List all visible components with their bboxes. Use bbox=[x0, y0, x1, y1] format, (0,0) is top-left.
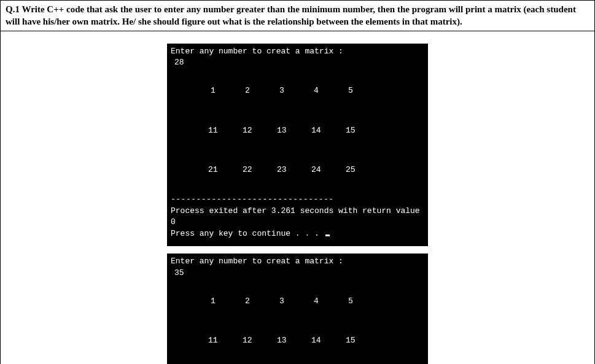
matrix-row: 1112131415 bbox=[167, 321, 428, 361]
user-input: 35 bbox=[167, 268, 428, 282]
process-exit-line: Process exited after 3.261 seconds with … bbox=[167, 206, 428, 229]
question-header: Q.1 Write C++ code that ask the user to … bbox=[0, 0, 595, 31]
matrix-cell: 4 bbox=[299, 296, 333, 308]
matrix-cell: 25 bbox=[333, 165, 368, 176]
divider-line: -------------------------------- bbox=[167, 190, 428, 206]
matrix-cell: 1 bbox=[196, 85, 230, 97]
matrix-cell: 5 bbox=[333, 85, 368, 97]
prompt-line: Enter any number to creat a matrix : bbox=[167, 256, 428, 268]
matrix-cell: 15 bbox=[333, 335, 368, 347]
matrix-cell: 1 bbox=[196, 296, 230, 308]
matrix-cell: 13 bbox=[265, 335, 299, 347]
continue-text: Press any key to continue . . . bbox=[171, 229, 324, 238]
prompt-line: Enter any number to creat a matrix : bbox=[167, 46, 428, 58]
matrix-cell: 12 bbox=[230, 125, 265, 137]
matrix-cell: 3 bbox=[265, 296, 299, 308]
matrix-cell: 5 bbox=[333, 296, 368, 308]
matrix-cell: 23 bbox=[265, 165, 299, 176]
matrix-cell: 15 bbox=[333, 125, 368, 137]
matrix-row: 2122232425 bbox=[167, 150, 428, 190]
matrix-cell: 2 bbox=[230, 85, 265, 97]
matrix-cell: 4 bbox=[299, 85, 333, 97]
matrix-cell: 13 bbox=[265, 125, 299, 137]
matrix-cell: 21 bbox=[196, 165, 230, 176]
matrix-cell: 22 bbox=[230, 165, 265, 176]
console-output-1: Enter any number to creat a matrix : 28 … bbox=[167, 44, 428, 247]
matrix-cell: 24 bbox=[299, 165, 333, 176]
matrix-cell: 14 bbox=[299, 335, 333, 347]
matrix-cell: 12 bbox=[230, 335, 265, 347]
matrix-row: 12345 bbox=[167, 71, 428, 111]
console-output-2: Enter any number to creat a matrix : 35 … bbox=[167, 254, 428, 364]
cursor-icon bbox=[325, 234, 330, 236]
matrix-cell: 14 bbox=[299, 125, 333, 137]
matrix-cell: 11 bbox=[196, 125, 230, 137]
matrix-cell: 11 bbox=[196, 335, 230, 347]
content-container: Enter any number to creat a matrix : 28 … bbox=[0, 31, 595, 365]
question-text: Q.1 Write C++ code that ask the user to … bbox=[6, 4, 576, 26]
matrix-cell: 2 bbox=[230, 296, 265, 308]
continue-line: Press any key to continue . . . bbox=[167, 228, 428, 240]
user-input: 28 bbox=[167, 57, 428, 71]
matrix-row: 12345 bbox=[167, 282, 428, 322]
matrix-row: 2122232425 bbox=[167, 361, 428, 364]
matrix-row: 1112131415 bbox=[167, 111, 428, 151]
matrix-cell: 3 bbox=[265, 85, 299, 97]
